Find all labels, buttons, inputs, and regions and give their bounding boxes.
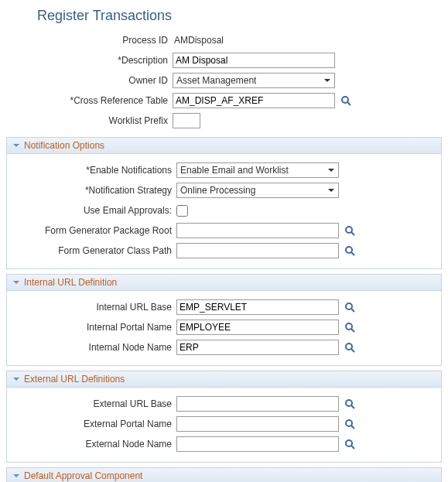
section-header[interactable]: Notification Options	[7, 138, 441, 154]
process-id-value: AMDisposal	[173, 35, 224, 46]
svg-point-12	[346, 400, 352, 406]
internal-node-name-input[interactable]	[176, 340, 339, 355]
svg-point-6	[346, 303, 352, 309]
external-portal-name-label: External Portal Name	[10, 419, 176, 429]
lookup-icon[interactable]	[344, 438, 356, 450]
lookup-icon[interactable]	[344, 321, 356, 333]
internal-node-name-label: Internal Node Name	[10, 342, 176, 353]
description-input[interactable]	[173, 53, 335, 68]
svg-line-17	[351, 446, 354, 449]
page-title: Register Transactions	[37, 8, 442, 24]
chevron-down-icon	[326, 185, 337, 196]
svg-point-8	[346, 323, 352, 330]
internal-url-base-label: Internal URL Base	[10, 302, 176, 313]
svg-line-11	[351, 349, 354, 352]
process-id-label: Process ID	[6, 35, 173, 46]
top-fields: Process ID AMDisposal *Description Owner…	[6, 32, 442, 129]
external-url-base-label: External URL Base	[10, 398, 176, 409]
svg-line-13	[351, 405, 354, 409]
email-approvals-label: Use Email Approvals:	[10, 205, 176, 216]
internal-url-base-input[interactable]	[176, 299, 339, 315]
svg-line-3	[351, 232, 354, 235]
svg-line-5	[351, 252, 354, 255]
lookup-icon[interactable]	[344, 301, 356, 313]
lookup-icon[interactable]	[344, 398, 356, 410]
lookup-icon[interactable]	[344, 224, 356, 237]
external-node-name-input[interactable]	[176, 436, 339, 452]
enable-notifications-label: *Enable Notifications	[10, 165, 176, 176]
svg-line-15	[351, 426, 354, 429]
collapse-icon	[12, 471, 21, 480]
lookup-icon[interactable]	[344, 418, 356, 430]
worklist-prefix-label: Worklist Prefix	[6, 115, 173, 126]
section-header[interactable]: External URL Definitions	[7, 371, 441, 388]
enable-notifications-select[interactable]: Enable Email and Worklist	[176, 162, 339, 178]
cross-ref-input[interactable]	[173, 93, 335, 108]
worklist-prefix-input[interactable]	[173, 113, 200, 128]
owner-id-value: Asset Management	[176, 75, 256, 86]
section-title: Notification Options	[24, 140, 104, 151]
notification-strategy-label: *Notification Strategy	[10, 185, 176, 196]
pkg-root-label: Form Generator Package Root	[10, 225, 176, 236]
chevron-down-icon	[322, 75, 333, 86]
internal-portal-name-input[interactable]	[176, 320, 339, 335]
external-portal-name-input[interactable]	[176, 416, 339, 432]
section-title: Internal URL Definition	[24, 277, 117, 288]
section-header[interactable]: Default Approval Component	[7, 468, 441, 482]
section-header[interactable]: Internal URL Definition	[7, 275, 441, 291]
enable-notifications-value: Enable Email and Worklist	[180, 165, 289, 176]
class-path-label: Form Generator Class Path	[10, 245, 176, 256]
external-node-name-label: External Node Name	[10, 439, 176, 450]
chevron-down-icon	[326, 165, 337, 176]
notification-strategy-value: Online Processing	[180, 185, 255, 196]
svg-point-16	[346, 440, 352, 446]
svg-point-0	[342, 97, 348, 103]
owner-id-label: Owner ID	[6, 75, 173, 86]
section-title: External URL Definitions	[24, 374, 125, 385]
email-approvals-checkbox[interactable]	[176, 205, 188, 217]
lookup-icon[interactable]	[344, 341, 356, 354]
svg-line-1	[347, 102, 351, 105]
svg-line-7	[351, 309, 354, 312]
internal-portal-name-label: Internal Portal Name	[10, 322, 176, 333]
svg-point-10	[346, 344, 352, 350]
section-internal-url: Internal URL Definition Internal URL Bas…	[6, 274, 442, 366]
class-path-input[interactable]	[176, 243, 339, 258]
section-default-approval: Default Approval Component *Menu Name *A…	[6, 467, 442, 482]
svg-point-2	[346, 227, 352, 233]
cross-ref-label: *Cross Reference Table	[6, 95, 173, 106]
owner-id-select[interactable]: Asset Management	[173, 73, 335, 88]
lookup-icon[interactable]	[340, 94, 352, 107]
section-title: Default Approval Component	[24, 470, 142, 481]
collapse-icon	[12, 278, 21, 287]
description-label: *Description	[6, 55, 173, 66]
svg-line-9	[351, 329, 354, 332]
svg-point-14	[346, 420, 352, 426]
section-external-url: External URL Definitions External URL Ba…	[6, 371, 442, 463]
notification-strategy-select[interactable]: Online Processing	[176, 183, 339, 198]
svg-point-4	[346, 247, 352, 253]
collapse-icon	[12, 374, 21, 384]
external-url-base-input[interactable]	[176, 396, 339, 412]
collapse-icon	[12, 141, 21, 150]
section-notification-options: Notification Options *Enable Notificatio…	[6, 137, 442, 269]
pkg-root-input[interactable]	[176, 223, 339, 238]
lookup-icon[interactable]	[344, 244, 356, 257]
